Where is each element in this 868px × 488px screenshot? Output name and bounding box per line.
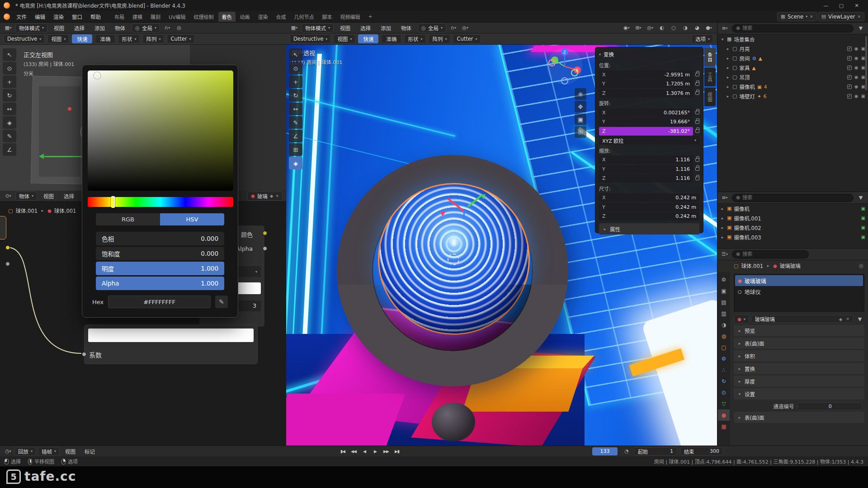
array-dropdown[interactable]: 阵列▾ <box>429 34 450 43</box>
proportional-edit-icon[interactable]: ◎▾ <box>461 23 470 33</box>
tab-texture-paint[interactable]: 纹理绘制 <box>190 12 217 22</box>
boxcutter-tool-icon[interactable]: ◈ <box>289 157 302 169</box>
render-camera-icon[interactable]: ▣ <box>861 94 865 99</box>
breadcrumb-material[interactable]: 玻璃玻璃 <box>780 262 801 269</box>
zoom-icon[interactable]: ⊕ <box>575 88 586 100</box>
viewlayer-selector[interactable]: ▤ ViewLayer ✕ <box>818 12 864 21</box>
editor-type-icon[interactable]: ◷▾ <box>4 447 13 456</box>
location-z-field[interactable]: Z1.3076 m <box>599 89 693 98</box>
cursor-tool-icon[interactable]: ⊙ <box>3 62 16 75</box>
outliner-row[interactable]: ▸ ▢ 月亮 ✓◉▣ <box>717 44 868 53</box>
blender-menu-icon[interactable] <box>4 14 10 20</box>
scale-tool-icon[interactable]: ↔ <box>289 103 302 115</box>
lock-icon[interactable] <box>695 177 699 180</box>
overlays-toggle-icon[interactable]: ◎▾ <box>646 23 655 33</box>
add-workspace-button[interactable]: + <box>365 12 376 21</box>
panel-volume[interactable]: ▸体积 <box>734 350 864 361</box>
tab-animation[interactable]: 动画 <box>236 12 254 22</box>
outliner2-row[interactable]: ▸▣摄像机.001▣ <box>717 213 868 223</box>
hide-eye-icon[interactable]: ◉ <box>854 84 859 89</box>
location-x-field[interactable]: X-2.9591 m <box>599 70 693 79</box>
node-output-socket[interactable] <box>5 245 10 250</box>
add-primitive-tool-icon[interactable]: ⊞ <box>289 143 302 156</box>
filter-icon[interactable]: ▼ <box>856 24 865 33</box>
navigation-gizmo[interactable]: X Z <box>546 47 584 85</box>
monitor-icon[interactable]: ▣ <box>861 216 865 221</box>
hue-bar[interactable] <box>88 197 233 207</box>
fast-toggle[interactable]: 快速 <box>358 34 378 43</box>
visibility-dropdown-icon[interactable]: ◉▾ <box>622 23 631 33</box>
view-dropdown[interactable]: 视图▾ <box>47 34 69 43</box>
lock-icon[interactable] <box>695 91 699 95</box>
physics-tab-icon[interactable]: ↻ <box>718 375 730 387</box>
expand-icon[interactable]: ▸ <box>720 225 725 230</box>
view-dropdown[interactable]: 视图▾ <box>334 34 355 43</box>
outliner2-search[interactable]: ⊕ <box>732 194 854 202</box>
menu-edit[interactable]: 编辑 <box>31 12 49 21</box>
properties-search[interactable]: ⊕ <box>732 250 809 258</box>
unlink-icon[interactable]: ✕ <box>846 317 849 321</box>
render-camera-icon[interactable]: ▣ <box>861 84 865 89</box>
expand-icon[interactable]: ▸ <box>726 66 730 70</box>
exclude-checkbox[interactable]: ✓ <box>847 47 852 51</box>
rotate-tool-icon[interactable]: ↻ <box>289 89 302 102</box>
next-keyframe-button[interactable]: ▶▶ <box>381 447 391 455</box>
lock-icon[interactable] <box>695 73 699 76</box>
monitor-icon[interactable]: ▣ <box>861 225 865 230</box>
expand-icon[interactable]: ▸ <box>720 216 725 221</box>
exclude-checkbox[interactable]: ✓ <box>847 66 852 70</box>
eyedropper-icon[interactable]: ✎ <box>215 296 228 308</box>
expand-icon[interactable]: ▸ <box>720 206 725 211</box>
outliner2-row[interactable]: ▸▣摄像机.002▣ <box>717 223 868 232</box>
minimize-button[interactable]: — <box>818 0 834 11</box>
saturation-slider[interactable]: 饱和度0.000 <box>96 247 224 260</box>
hue-slider[interactable]: 色相0.000 <box>96 232 224 245</box>
tab-modeling[interactable]: 建模 <box>129 12 146 22</box>
accurate-toggle[interactable]: 准确 <box>95 34 115 43</box>
fake-user-shield-icon[interactable]: ◈ <box>270 193 274 198</box>
menu-render[interactable]: 渲染 <box>50 12 67 21</box>
location-y-field[interactable]: Y1.7205 m <box>599 80 693 88</box>
outliner-row-scene-collection[interactable]: ▾ ▦ 场景集合 <box>717 34 868 44</box>
dimensions-x-field[interactable]: X0.242 m <box>599 193 699 202</box>
jump-to-end-button[interactable]: ▶▮ <box>392 447 402 455</box>
editor-type-icon[interactable]: ☰▾ <box>720 250 729 259</box>
measure-tool-icon[interactable]: ∠ <box>3 143 16 156</box>
tab-layout[interactable]: 布局 <box>111 12 128 22</box>
tab-shading[interactable]: 着色 <box>218 12 236 22</box>
panel-thickness[interactable]: ▸厚度 <box>734 375 864 387</box>
panel-preview[interactable]: ▸预览 <box>734 325 864 336</box>
render-camera-icon[interactable]: ▣ <box>861 56 865 61</box>
tab-scripting[interactable]: 脚本 <box>319 12 336 22</box>
constraints-tab-icon[interactable]: ⊙ <box>718 387 730 398</box>
properties-collapsed-panel[interactable]: ▸属性 <box>599 223 699 235</box>
factor-node[interactable]: 系数 <box>84 324 258 364</box>
options-dropdown[interactable]: 选项▾ <box>692 34 713 43</box>
render-camera-icon[interactable]: ▣ <box>861 65 865 70</box>
output-tab-icon[interactable]: ▤ <box>718 296 730 308</box>
tool-tab-icon[interactable]: ⚙ <box>718 274 730 285</box>
tab-sculpting[interactable]: 雕刻 <box>147 12 164 22</box>
tab-video-editing[interactable]: 视频编辑 <box>337 12 364 22</box>
shape-dropdown[interactable]: 形状▾ <box>404 34 426 43</box>
unlink-icon[interactable]: ✕ <box>275 194 279 198</box>
expand-icon[interactable]: ▸ <box>726 75 730 80</box>
scale-tool-icon[interactable]: ↔ <box>3 103 16 115</box>
pan-hand-icon[interactable]: ✥ <box>575 101 586 113</box>
annotate-tool-icon[interactable]: ✎ <box>3 130 16 142</box>
lock-icon[interactable] <box>695 111 699 114</box>
panel-displacement[interactable]: ▸置换 <box>734 363 864 374</box>
pin-icon[interactable]: ◎ <box>859 263 863 269</box>
fake-user-shield-icon[interactable]: ◈ <box>839 317 843 322</box>
value-slider[interactable]: 明度1.000 <box>96 262 224 275</box>
expand-icon[interactable]: ▸ <box>726 47 730 51</box>
render-tab-icon[interactable]: ▣ <box>718 285 730 296</box>
mode-selector[interactable]: 物体模式▾ <box>15 23 47 33</box>
alpha-slider[interactable]: Alpha1.000 <box>96 277 224 290</box>
expand-icon[interactable]: ▸ <box>726 56 730 61</box>
hide-eye-icon[interactable]: ◉ <box>854 56 859 61</box>
frame-end-field[interactable]: 结束300 <box>680 447 723 455</box>
rotation-x-field[interactable]: X0.002165° <box>599 108 693 117</box>
material-slot-selected[interactable]: ● 玻璃玻璃 <box>735 275 863 286</box>
dimensions-z-field[interactable]: Z0.242 m <box>599 212 699 221</box>
